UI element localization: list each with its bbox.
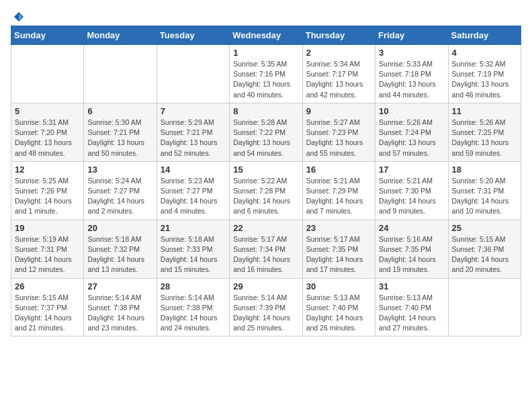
- day-number: 23: [306, 223, 371, 233]
- calendar-cell: 20Sunrise: 5:18 AM Sunset: 7:32 PM Dayli…: [84, 220, 157, 278]
- calendar-cell: 24Sunrise: 5:16 AM Sunset: 7:35 PM Dayli…: [375, 220, 448, 278]
- day-info: Sunrise: 5:14 AM Sunset: 7:38 PM Dayligh…: [161, 293, 226, 334]
- calendar-cell: 23Sunrise: 5:17 AM Sunset: 7:35 PM Dayli…: [302, 220, 375, 278]
- day-info: Sunrise: 5:21 AM Sunset: 7:29 PM Dayligh…: [306, 176, 371, 217]
- day-number: 31: [379, 281, 444, 291]
- day-number: 10: [379, 106, 444, 116]
- calendar-cell: 28Sunrise: 5:14 AM Sunset: 7:38 PM Dayli…: [157, 278, 229, 336]
- calendar-week-row: 26Sunrise: 5:15 AM Sunset: 7:37 PM Dayli…: [11, 278, 521, 336]
- day-number: 25: [452, 223, 517, 233]
- day-info: Sunrise: 5:13 AM Sunset: 7:40 PM Dayligh…: [379, 293, 444, 334]
- day-info: Sunrise: 5:26 AM Sunset: 7:25 PM Dayligh…: [452, 118, 517, 158]
- day-number: 24: [379, 223, 444, 233]
- calendar-cell: 3Sunrise: 5:33 AM Sunset: 7:18 PM Daylig…: [375, 45, 448, 103]
- calendar-cell: 4Sunrise: 5:32 AM Sunset: 7:19 PM Daylig…: [448, 45, 521, 103]
- day-info: Sunrise: 5:14 AM Sunset: 7:38 PM Dayligh…: [87, 293, 152, 334]
- day-info: Sunrise: 5:14 AM Sunset: 7:39 PM Dayligh…: [233, 293, 298, 334]
- day-number: 7: [161, 106, 226, 116]
- calendar-cell: 5Sunrise: 5:31 AM Sunset: 7:20 PM Daylig…: [11, 103, 84, 161]
- day-number: 16: [306, 165, 371, 175]
- weekday-header: Thursday: [302, 26, 375, 45]
- calendar-cell: [448, 278, 521, 336]
- calendar-cell: 16Sunrise: 5:21 AM Sunset: 7:29 PM Dayli…: [302, 161, 375, 220]
- day-number: 11: [452, 106, 517, 116]
- day-number: 22: [233, 223, 298, 233]
- calendar-cell: 11Sunrise: 5:26 AM Sunset: 7:25 PM Dayli…: [448, 103, 521, 161]
- calendar-table: SundayMondayTuesdayWednesdayThursdayFrid…: [11, 26, 521, 336]
- day-number: 14: [161, 165, 226, 175]
- day-info: Sunrise: 5:18 AM Sunset: 7:32 PM Dayligh…: [87, 234, 152, 275]
- day-number: 13: [87, 165, 152, 175]
- calendar-cell: 26Sunrise: 5:15 AM Sunset: 7:37 PM Dayli…: [11, 278, 84, 336]
- day-info: Sunrise: 5:29 AM Sunset: 7:21 PM Dayligh…: [161, 118, 226, 158]
- calendar-cell: 17Sunrise: 5:21 AM Sunset: 7:30 PM Dayli…: [375, 161, 448, 220]
- calendar-cell: 2Sunrise: 5:34 AM Sunset: 7:17 PM Daylig…: [302, 45, 375, 103]
- calendar-week-row: 12Sunrise: 5:25 AM Sunset: 7:26 PM Dayli…: [11, 161, 521, 220]
- day-number: 21: [161, 223, 226, 233]
- calendar-cell: 19Sunrise: 5:19 AM Sunset: 7:31 PM Dayli…: [11, 220, 84, 278]
- weekday-header: Tuesday: [157, 26, 229, 45]
- weekday-header: Saturday: [448, 26, 521, 45]
- logo-icon: [13, 11, 25, 23]
- day-info: Sunrise: 5:16 AM Sunset: 7:35 PM Dayligh…: [379, 234, 444, 275]
- day-info: Sunrise: 5:33 AM Sunset: 7:18 PM Dayligh…: [379, 59, 444, 100]
- calendar-cell: 9Sunrise: 5:27 AM Sunset: 7:23 PM Daylig…: [302, 103, 375, 161]
- calendar-cell: 29Sunrise: 5:14 AM Sunset: 7:39 PM Dayli…: [230, 278, 302, 336]
- day-info: Sunrise: 5:30 AM Sunset: 7:21 PM Dayligh…: [87, 118, 152, 158]
- day-info: Sunrise: 5:26 AM Sunset: 7:24 PM Dayligh…: [379, 118, 444, 158]
- weekday-header: Friday: [375, 26, 448, 45]
- day-number: 17: [379, 165, 444, 175]
- calendar-cell: 10Sunrise: 5:26 AM Sunset: 7:24 PM Dayli…: [375, 103, 448, 161]
- day-info: Sunrise: 5:15 AM Sunset: 7:37 PM Dayligh…: [15, 293, 80, 334]
- day-number: 29: [233, 281, 298, 291]
- day-info: Sunrise: 5:34 AM Sunset: 7:17 PM Dayligh…: [306, 59, 371, 100]
- day-number: 18: [452, 165, 517, 175]
- calendar-cell: 30Sunrise: 5:13 AM Sunset: 7:40 PM Dayli…: [302, 278, 375, 336]
- day-number: 30: [306, 281, 371, 291]
- day-info: Sunrise: 5:20 AM Sunset: 7:31 PM Dayligh…: [452, 176, 517, 217]
- day-number: 9: [306, 106, 371, 116]
- day-number: 1: [233, 48, 298, 58]
- day-info: Sunrise: 5:32 AM Sunset: 7:19 PM Dayligh…: [452, 59, 517, 100]
- day-info: Sunrise: 5:13 AM Sunset: 7:40 PM Dayligh…: [306, 293, 371, 334]
- calendar-week-row: 19Sunrise: 5:19 AM Sunset: 7:31 PM Dayli…: [11, 220, 521, 278]
- day-number: 8: [233, 106, 298, 116]
- calendar-cell: 6Sunrise: 5:30 AM Sunset: 7:21 PM Daylig…: [84, 103, 157, 161]
- day-number: 28: [161, 281, 226, 291]
- day-number: 20: [87, 223, 152, 233]
- day-info: Sunrise: 5:21 AM Sunset: 7:30 PM Dayligh…: [379, 176, 444, 217]
- calendar-cell: 18Sunrise: 5:20 AM Sunset: 7:31 PM Dayli…: [448, 161, 521, 220]
- calendar-cell: 7Sunrise: 5:29 AM Sunset: 7:21 PM Daylig…: [157, 103, 229, 161]
- day-info: Sunrise: 5:27 AM Sunset: 7:23 PM Dayligh…: [306, 118, 371, 158]
- day-info: Sunrise: 5:35 AM Sunset: 7:16 PM Dayligh…: [233, 59, 298, 100]
- logo: [11, 11, 25, 20]
- calendar-cell: 27Sunrise: 5:14 AM Sunset: 7:38 PM Dayli…: [84, 278, 157, 336]
- calendar-cell: 25Sunrise: 5:15 AM Sunset: 7:36 PM Dayli…: [448, 220, 521, 278]
- day-number: 26: [15, 281, 80, 291]
- page-header: [11, 11, 521, 20]
- calendar-cell: 12Sunrise: 5:25 AM Sunset: 7:26 PM Dayli…: [11, 161, 84, 220]
- weekday-header: Wednesday: [230, 26, 302, 45]
- day-number: 27: [87, 281, 152, 291]
- day-info: Sunrise: 5:22 AM Sunset: 7:28 PM Dayligh…: [233, 176, 298, 217]
- calendar-cell: 14Sunrise: 5:23 AM Sunset: 7:27 PM Dayli…: [157, 161, 229, 220]
- calendar-cell: 15Sunrise: 5:22 AM Sunset: 7:28 PM Dayli…: [230, 161, 302, 220]
- day-number: 12: [15, 165, 80, 175]
- calendar-cell: 22Sunrise: 5:17 AM Sunset: 7:34 PM Dayli…: [230, 220, 302, 278]
- day-number: 2: [306, 48, 371, 58]
- calendar-week-row: 1Sunrise: 5:35 AM Sunset: 7:16 PM Daylig…: [11, 45, 521, 103]
- day-info: Sunrise: 5:17 AM Sunset: 7:34 PM Dayligh…: [233, 234, 298, 275]
- calendar-cell: [84, 45, 157, 103]
- day-number: 15: [233, 165, 298, 175]
- calendar-cell: [11, 45, 84, 103]
- day-info: Sunrise: 5:31 AM Sunset: 7:20 PM Dayligh…: [15, 118, 80, 158]
- day-info: Sunrise: 5:17 AM Sunset: 7:35 PM Dayligh…: [306, 234, 371, 275]
- calendar-week-row: 5Sunrise: 5:31 AM Sunset: 7:20 PM Daylig…: [11, 103, 521, 161]
- day-number: 6: [87, 106, 152, 116]
- day-number: 3: [379, 48, 444, 58]
- calendar-cell: 13Sunrise: 5:24 AM Sunset: 7:27 PM Dayli…: [84, 161, 157, 220]
- day-info: Sunrise: 5:19 AM Sunset: 7:31 PM Dayligh…: [15, 234, 80, 275]
- day-info: Sunrise: 5:28 AM Sunset: 7:22 PM Dayligh…: [233, 118, 298, 158]
- day-info: Sunrise: 5:15 AM Sunset: 7:36 PM Dayligh…: [452, 234, 517, 275]
- calendar-cell: 31Sunrise: 5:13 AM Sunset: 7:40 PM Dayli…: [375, 278, 448, 336]
